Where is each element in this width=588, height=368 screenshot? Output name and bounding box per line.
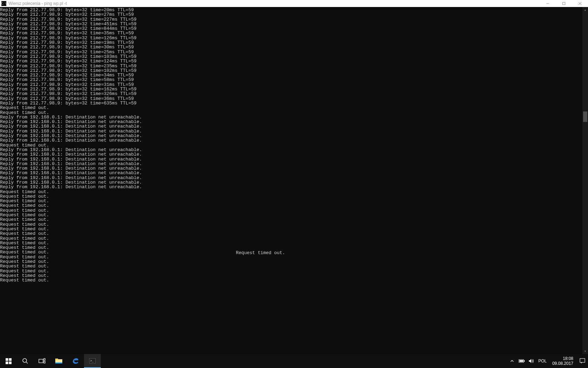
language-indicator[interactable]: POL [538,359,547,363]
terminal-line: Reply from 212.77.98.9: bytes=32 time=63… [0,101,582,105]
task-view-button[interactable] [34,354,50,368]
svg-point-8 [23,359,27,362]
svg-marker-23 [581,362,582,363]
terminal-line: Reply from 192.168.0.1: Destination net … [0,157,582,162]
terminal-line: Reply from 212.77.98.9: bytes=32 time=35… [0,31,582,35]
action-center-button[interactable] [579,354,586,368]
svg-rect-6 [6,361,8,364]
terminal-line: Request timed out. [0,255,582,259]
terminal-line: Request timed out. [0,194,582,199]
taskbar: >_ POL 18:08 09.08.2017 [0,354,588,368]
titlebar-left: C:\ Wiersz polecenia - ping wp.pl -t [0,1,67,6]
minimize-button[interactable] [540,0,556,7]
terminal-line: Request timed out. [0,259,582,264]
terminal-line: Reply from 212.77.98.9: bytes=32 time=10… [0,54,582,59]
terminal-line: Reply from 212.77.98.9: bytes=32 time=30… [0,45,582,49]
svg-rect-11 [44,359,45,360]
svg-line-9 [26,362,28,363]
terminal-scrollbar[interactable]: ▲ ▼ [582,7,588,354]
floating-text: Request timed out. [236,250,285,255]
terminal-line: Reply from 192.168.0.1: Destination net … [0,171,582,175]
terminal-line: Reply from 212.77.98.9: bytes=32 time=19… [0,40,582,45]
terminal-line: Request timed out. [0,217,582,222]
terminal-line: Reply from 212.77.98.9: bytes=32 time=12… [0,59,582,63]
terminal-line: Reply from 212.77.98.9: bytes=32 time=34… [0,73,582,77]
battery-icon[interactable] [519,359,525,363]
scroll-up-button[interactable]: ▲ [582,7,588,13]
terminal-line: Reply from 192.168.0.1: Destination net … [0,162,582,166]
close-button[interactable] [572,0,588,7]
terminal-line: Request timed out. [0,213,582,217]
terminal-line: Request timed out. [0,227,582,231]
terminal-line: Reply from 212.77.98.9: bytes=32 time=12… [0,36,582,40]
scroll-thumb[interactable] [583,111,587,122]
terminal-line: Reply from 192.168.0.1: Destination net … [0,152,582,157]
file-explorer-button[interactable] [50,354,67,368]
window-titlebar[interactable]: C:\ Wiersz polecenia - ping wp.pl -t [0,0,588,7]
svg-rect-15 [55,362,62,363]
terminal-line: Reply from 212.77.98.9: bytes=32 time=36… [0,96,582,101]
terminal-line: Reply from 192.168.0.1: Destination net … [0,176,582,180]
volume-icon[interactable] [528,359,535,363]
clock[interactable]: 18:08 09.08.2017 [550,356,575,366]
window-controls [540,0,588,7]
clock-time: 18:08 [552,356,573,361]
start-button[interactable] [0,354,17,368]
taskbar-left: >_ [0,354,101,368]
command-prompt-window: C:\ Wiersz polecenia - ping wp.pl -t Rep… [0,0,588,354]
terminal-line: Reply from 212.77.98.9: bytes=32 time=27… [0,12,582,17]
terminal-line: Reply from 192.168.0.1: Destination net … [0,180,582,185]
terminal-line: Request timed out. [0,245,582,250]
edge-browser-button[interactable] [67,354,84,368]
terminal-line: Request timed out. [0,199,582,203]
terminal-line: Reply from 212.77.98.9: bytes=32 time=23… [0,64,582,68]
search-button[interactable] [17,354,34,368]
taskbar-right: POL 18:08 09.08.2017 [509,354,588,368]
terminal-line: Request timed out. [0,105,582,110]
tray-chevron-icon[interactable] [509,359,515,363]
window-title: Wiersz polecenia - ping wp.pl -t [8,1,67,6]
terminal-line: Request timed out. [0,222,582,227]
svg-rect-10 [39,359,43,363]
terminal-output: Reply from 212.77.98.9: bytes=32 time=20… [0,7,582,354]
terminal-line: Reply from 192.168.0.1: Destination net … [0,148,582,152]
maximize-button[interactable] [556,0,572,7]
clock-date: 09.08.2017 [552,361,573,366]
terminal-line: Request timed out. [0,203,582,208]
svg-rect-20 [519,360,523,362]
terminal-line: Request timed out. [0,110,582,115]
terminal-line: Request timed out. [0,241,582,245]
terminal-line: Reply from 192.168.0.1: Destination net … [0,124,582,129]
terminal-line: Request timed out. [0,236,582,241]
terminal-line: Request timed out. [0,208,582,213]
scroll-down-button[interactable]: ▼ [582,348,588,354]
terminal-line: Reply from 192.168.0.1: Destination net … [0,185,582,189]
svg-rect-4 [6,358,8,361]
terminal-line: Reply from 212.77.98.9: bytes=32 time=31… [0,82,582,87]
terminal-line: Reply from 192.168.0.1: Destination net … [0,120,582,124]
svg-rect-22 [580,359,585,362]
terminal-line: Request timed out. [0,143,582,148]
terminal-line: Request timed out. [0,250,582,254]
cmd-taskbar-button[interactable]: >_ [84,354,101,368]
terminal-line: Request timed out. [0,190,582,194]
terminal-line: Reply from 212.77.98.9: bytes=32 time=32… [0,91,582,96]
svg-marker-21 [529,359,531,363]
terminal-line: Request timed out. [0,273,582,278]
svg-rect-19 [524,360,525,362]
terminal-line: Reply from 212.77.98.9: bytes=32 time=58… [0,77,582,82]
terminal-line: Request timed out. [0,264,582,268]
terminal-body[interactable]: Reply from 212.77.98.9: bytes=32 time=20… [0,7,588,354]
terminal-line: Reply from 212.77.98.9: bytes=32 time=45… [0,22,582,26]
cmd-icon: C:\ [1,1,6,6]
terminal-line: Reply from 212.77.98.9: bytes=32 time=20… [0,8,582,12]
terminal-line: Reply from 192.168.0.1: Destination net … [0,129,582,134]
svg-rect-12 [44,361,45,363]
terminal-line: Reply from 192.168.0.1: Destination net … [0,138,582,143]
terminal-line: Request timed out. [0,269,582,273]
terminal-line: Reply from 212.77.98.9: bytes=32 time=10… [0,68,582,73]
svg-rect-14 [55,359,58,360]
terminal-line: Reply from 212.77.98.9: bytes=32 time=25… [0,50,582,54]
terminal-line: Reply from 192.168.0.1: Destination net … [0,166,582,171]
svg-rect-1 [563,2,565,5]
